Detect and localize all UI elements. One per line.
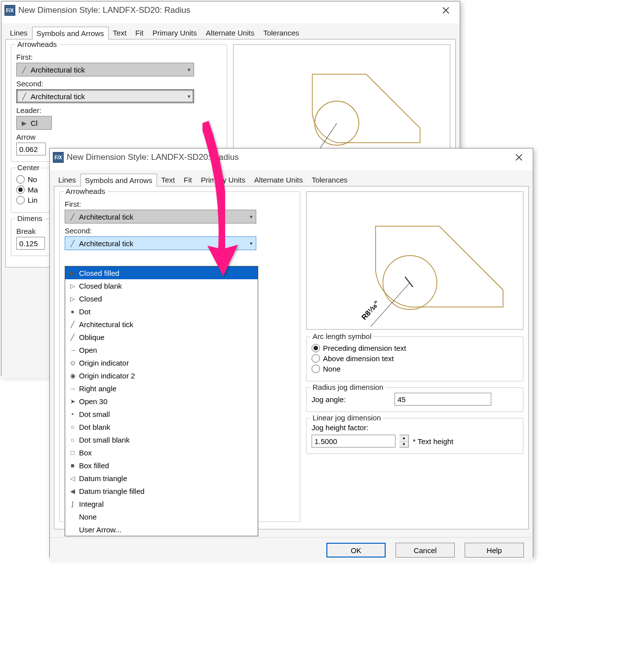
dropdown-option[interactable]: ◉Origin indicator 2 (65, 369, 258, 382)
tab-fit[interactable]: Fit (179, 173, 197, 186)
jogheight-input[interactable] (312, 435, 396, 448)
arc-above-radio[interactable]: Above dimension text (312, 354, 518, 363)
second-label: Second: (16, 79, 222, 88)
tab-alternate[interactable]: Alternate Units (250, 173, 307, 186)
tab-primary[interactable]: Primary Units (148, 26, 201, 39)
option-icon: ∫ (68, 500, 77, 508)
tab-fit[interactable]: Fit (131, 26, 148, 39)
arrow-label: Arrow (16, 133, 222, 141)
arrow-size-input[interactable] (16, 143, 46, 155)
chevron-down-icon: ▾ (250, 240, 253, 247)
dropdown-option[interactable]: ⊙Origin indicator (65, 356, 258, 369)
first-label: First: (65, 200, 295, 208)
tab-text[interactable]: Text (109, 26, 131, 39)
jogheight-spinner[interactable]: ▲ ▼ (399, 435, 409, 448)
option-icon: ▷ (68, 282, 77, 290)
first-combo[interactable]: ╱ Architectural tick ▾ (16, 63, 194, 76)
tab-text[interactable]: Text (157, 173, 180, 186)
center-none-radio[interactable]: No (16, 175, 53, 184)
preview-back (233, 44, 450, 163)
arrowheads-legend: Arrowheads (64, 187, 107, 195)
close-button[interactable] (508, 150, 530, 165)
leader-combo[interactable]: ▶ Cl (16, 116, 52, 130)
dropdown-option[interactable]: ╱Architectural tick (65, 318, 258, 331)
tab-tolerances[interactable]: Tolerances (307, 173, 352, 186)
center-line-radio[interactable]: Lin (16, 196, 53, 204)
arclength-legend: Arc length symbol (311, 332, 373, 340)
tab-primary[interactable]: Primary Units (197, 173, 250, 186)
second-combo-open[interactable]: ╱ Architectural tick ▾ (65, 236, 256, 250)
dropdown-option[interactable]: ➤Open 30 (65, 395, 258, 408)
jogangle-label: Jog angle: (312, 395, 391, 404)
option-label: Box filled (79, 461, 109, 470)
tab-lines[interactable]: Lines (5, 26, 32, 39)
tab-symbols[interactable]: Symbols and Arrows (32, 27, 109, 39)
option-label: Datum triangle (79, 474, 127, 483)
option-icon: ◀ (68, 487, 77, 495)
close-button[interactable] (435, 3, 457, 18)
option-icon: ◁ (68, 475, 77, 482)
dropdown-option[interactable]: □Box (65, 446, 258, 459)
break-input[interactable] (16, 237, 45, 250)
ok-button[interactable]: OK (326, 543, 386, 558)
dropdown-option[interactable]: ◀Datum triangle filled (65, 485, 258, 497)
option-label: Right angle (79, 384, 117, 393)
option-icon: ■ (68, 462, 77, 469)
option-label: Open (79, 346, 97, 354)
dimens-legend: Dimens (15, 214, 44, 223)
cancel-button[interactable]: Cancel (396, 543, 455, 558)
first-value: Architectural tick (79, 213, 133, 221)
option-label: Dot blank (79, 423, 110, 431)
jogangle-input[interactable] (395, 393, 491, 406)
option-label: Oblique (79, 333, 105, 341)
option-icon: ╱ (68, 321, 77, 328)
svg-text:R8¹⁄₁₆": R8¹⁄₁₆" (360, 299, 381, 322)
dialog-title: New Dimension Style: LANDFX-SD20: Radius (67, 152, 239, 162)
option-icon: ○ (68, 423, 77, 431)
center-mark-radio[interactable]: Ma (16, 186, 53, 194)
arc-none-radio[interactable]: None (312, 365, 518, 373)
dropdown-option[interactable]: ■Box filled (65, 459, 258, 472)
option-icon: ╱ (68, 334, 77, 341)
second-dropdown[interactable]: ▶Closed filled▷Closed blank▷Closed●Dot╱A… (65, 266, 258, 536)
dropdown-option[interactable]: ╱Oblique (65, 331, 258, 343)
linearjog-fieldset: Linear jog dimension Jog height factor: … (306, 418, 523, 454)
arc-preceding-radio[interactable]: Preceding dimension text (312, 344, 518, 352)
spinner-down-icon[interactable]: ▼ (399, 442, 408, 448)
option-icon: ⊙ (68, 359, 77, 367)
option-icon: ➤ (68, 398, 77, 405)
dropdown-option[interactable]: ○Dot small blank (65, 433, 258, 446)
dropdown-option[interactable]: ●Dot (65, 305, 258, 318)
tab-lines[interactable]: Lines (54, 173, 80, 186)
tab-symbols[interactable]: Symbols and Arrows (80, 174, 157, 187)
first-combo[interactable]: ╱ Architectural tick ▾ (65, 210, 256, 224)
dropdown-option[interactable]: ▶Closed filled (65, 266, 258, 279)
dropdown-option[interactable]: ∫Integral (65, 497, 258, 510)
dropdown-option[interactable]: ◁Datum triangle (65, 472, 258, 485)
closed-filled-icon: ▶ (20, 119, 29, 127)
option-icon: ▷ (68, 295, 77, 302)
dropdown-option[interactable]: →Right angle (65, 382, 258, 395)
arch-tick-icon: ╱ (68, 213, 77, 221)
dropdown-option[interactable]: ▷Closed (65, 292, 258, 305)
option-label: Open 30 (79, 397, 108, 406)
second-combo[interactable]: ╱ Architectural tick ▾ (16, 89, 194, 103)
option-label: Dot (79, 307, 90, 316)
dropdown-option[interactable]: ▷Closed blank (65, 279, 258, 292)
dropdown-option[interactable]: →Open (65, 343, 258, 356)
help-button[interactable]: Help (465, 543, 524, 558)
option-label: Closed blank (79, 282, 122, 290)
titlebar: F/X New Dimension Style: LANDFX-SD20: Ra… (50, 149, 533, 166)
tab-alternate[interactable]: Alternate Units (201, 26, 259, 39)
spinner-up-icon[interactable]: ▲ (399, 435, 408, 442)
dropdown-option[interactable]: •Dot small (65, 408, 258, 420)
radiusjog-legend: Radius jog dimension (311, 383, 385, 391)
preview-drawing (234, 45, 450, 162)
tab-content: Arrowheads First: ╱ Architectural tick ▾… (54, 186, 529, 529)
radiusjog-fieldset: Radius jog dimension Jog angle: (306, 387, 523, 412)
dropdown-option[interactable]: None (65, 510, 258, 523)
option-icon: • (68, 411, 77, 418)
dropdown-option[interactable]: User Arrow... (65, 523, 258, 536)
tab-tolerances[interactable]: Tolerances (259, 26, 304, 39)
dropdown-option[interactable]: ○Dot blank (65, 420, 258, 433)
